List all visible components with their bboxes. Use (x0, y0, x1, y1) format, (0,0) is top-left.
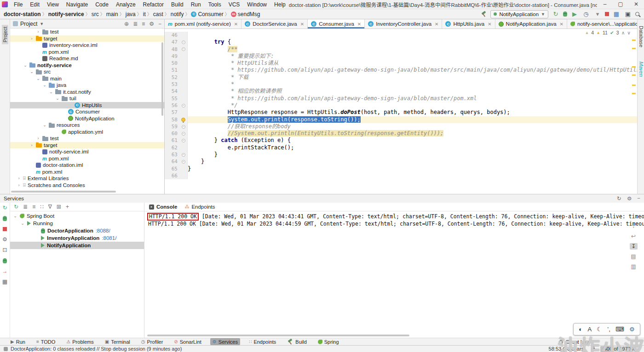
build-hammer-icon[interactable] (481, 11, 487, 17)
lock-icon[interactable] (591, 348, 595, 351)
code-line-64[interactable]: 64−} (165, 158, 637, 165)
vertical-scrollbar[interactable] (161, 42, 163, 116)
search-everywhere-icon[interactable] (635, 12, 639, 16)
debug-icon[interactable] (3, 215, 7, 221)
tree-item-notifyapplication[interactable]: NotifyApplication (10, 115, 164, 122)
service-port-link[interactable]: :8088/ (96, 228, 110, 233)
warning-stripe-mark[interactable] (632, 66, 636, 68)
tree-item-test[interactable]: ›test (10, 135, 164, 142)
breadcrumb-item-cast[interactable]: cast (153, 11, 163, 17)
tree-item-target[interactable]: ›target (10, 142, 164, 149)
tab-close-icon[interactable]: ✕ (488, 22, 491, 27)
memory-indicator[interactable]: 400 of 1979M (600, 346, 638, 352)
scroll-to-end-icon[interactable]: ↧ (630, 243, 638, 250)
minimize-button[interactable]: – (597, 0, 613, 9)
fold-marker-icon[interactable]: − (182, 104, 185, 108)
warning-stripe-mark[interactable] (632, 85, 636, 86)
breadcrumb-item-doctor-station[interactable]: doctor-station (4, 11, 41, 17)
code-line-49[interactable]: 49* 重要提示如下: (165, 53, 637, 60)
breadcrumb-item-it[interactable]: it (143, 11, 146, 17)
code-line-65[interactable]: 65} (165, 165, 637, 172)
locate-icon[interactable]: ⊕ (124, 21, 129, 27)
tool-window-button-endpoints[interactable]: ∷Endpoints (247, 338, 278, 345)
service-item-running[interactable]: ⌄Running (10, 220, 144, 227)
coverage-icon[interactable]: ▶ (570, 11, 579, 18)
intention-bulb-icon[interactable] (181, 118, 185, 122)
tree-chevron-icon[interactable]: ⌄ (42, 123, 47, 127)
editor-tab-consumer-java[interactable]: CConsumer.java✕ (308, 19, 365, 28)
editor-tab-notify-service-application-yml[interactable]: notify-service\...\application.yml✕ (567, 19, 637, 28)
stop-icon[interactable] (605, 12, 609, 16)
project-panel-title[interactable]: Project (20, 21, 37, 27)
code-line-50[interactable]: 50* HttpUtils请从 (165, 60, 637, 67)
tree-chevron-icon[interactable]: ⌄ (20, 221, 25, 226)
caret-position[interactable]: 58:53 (40 chars) (549, 346, 586, 352)
tool-window-button-build[interactable]: Build (285, 338, 309, 345)
ok-count[interactable]: 3 (616, 30, 619, 35)
tool-window-button-problems[interactable]: ⚠Problems (64, 338, 96, 345)
tree-item-main[interactable]: ⌄main (10, 75, 164, 82)
fold-marker-icon[interactable]: − (182, 47, 185, 51)
tree-item-src[interactable]: ⌄src (10, 68, 164, 75)
tree-item-consumer[interactable]: CConsumer (10, 108, 164, 115)
tree-chevron-icon[interactable]: › (36, 29, 40, 34)
tab-close-icon[interactable]: ✕ (435, 22, 438, 27)
ime-logo-icon[interactable]: ◐ (579, 326, 582, 333)
layout-icon[interactable]: ▦ (2, 278, 7, 285)
collapse-all-icon[interactable]: ≡ (142, 21, 145, 27)
menu-item-vcs[interactable]: VCS (225, 0, 243, 9)
vcs-window-icon[interactable]: ▦ (612, 11, 621, 18)
expand-all-icon[interactable]: ≣ (133, 21, 138, 27)
tool-window-button-run[interactable]: ▶Run (8, 338, 28, 345)
next-problem-icon[interactable]: ∨ (627, 30, 631, 35)
fold-marker-icon[interactable]: − (182, 160, 185, 164)
tree-chevron-icon[interactable]: › (29, 143, 34, 148)
breadcrumb-item-sendmsg[interactable]: msendMsg (231, 11, 260, 17)
profiler-icon[interactable]: ◷ (582, 11, 590, 18)
service-item-spring-boot[interactable]: ⌄Spring Boot (10, 212, 144, 220)
service-item-inventoryapplication[interactable]: InventoryApplication :8081/ (10, 234, 144, 242)
hide-panel-icon[interactable]: − (637, 195, 640, 202)
console-tab-endpoints[interactable]: ⁂Endpoints (184, 204, 215, 210)
editor-tab-pom-xml-notify-service-[interactable]: mpom.xml (notify-service)✕ (165, 19, 242, 28)
event-log-button[interactable]: ◷Event Log (559, 339, 644, 345)
soft-wrap-icon[interactable]: ↩ (631, 233, 636, 239)
code-line-47[interactable]: 47−try { (165, 39, 637, 45)
restart-debug-icon[interactable] (3, 257, 7, 264)
tool-window-button-maven[interactable]: Maven (638, 62, 644, 77)
tree-chevron-icon[interactable]: ⌄ (42, 83, 47, 87)
tab-close-icon[interactable]: ✕ (234, 22, 238, 27)
tool-window-button-project[interactable]: Project (2, 25, 8, 44)
code-line-59[interactable]: 59−//获取response的body (165, 123, 637, 130)
tree-chevron-icon[interactable]: ⌄ (55, 96, 60, 101)
breadcrumb-item-java[interactable]: java (126, 11, 136, 17)
tab-close-icon[interactable]: ✕ (357, 22, 361, 27)
code-line-48[interactable]: 48−/** (165, 46, 637, 53)
print-icon[interactable]: ▤ (631, 253, 636, 260)
code-line-56[interactable]: 56−*/ (165, 102, 637, 109)
tab-close-icon[interactable]: ✕ (560, 22, 564, 27)
horizontal-scrollbar[interactable] (147, 335, 409, 336)
fold-marker-icon[interactable]: − (182, 153, 185, 157)
breadcrumb-item-src[interactable]: src (92, 11, 99, 17)
toolwindow-switcher-icon[interactable] (4, 347, 8, 351)
code-line-55[interactable]: 55* https://github.com/aliyun/api-gatewa… (165, 95, 637, 102)
menu-item-tools[interactable]: Tools (205, 0, 224, 9)
editor-tab-inventorycontroller-java[interactable]: CInventoryController.java✕ (365, 19, 442, 28)
tree-item-pom-xml[interactable]: mpom.xml (10, 49, 164, 56)
code-line-51[interactable]: 51* https://github.com/aliyun/api-gatewa… (165, 67, 637, 74)
breadcrumb-item-main[interactable]: main (106, 11, 118, 17)
code-line-52[interactable]: 52* 下载 (165, 74, 637, 81)
inspection-widget[interactable]: ▲4▲11✔3∧∨ (585, 30, 631, 35)
clear-all-icon[interactable]: ▥ (631, 263, 636, 270)
menu-item-help[interactable]: Help (271, 0, 289, 9)
fold-marker-icon[interactable]: − (182, 139, 185, 142)
code-line-62[interactable]: 62e.printStackTrace(); (165, 144, 637, 151)
console-tab-console[interactable]: ▸Console (149, 204, 177, 210)
tree-item-test[interactable]: ›test (10, 28, 164, 35)
tree-chevron-icon[interactable]: ⌄ (49, 90, 53, 94)
code-line-54[interactable]: 54* 相应的依赖请参照 (165, 88, 637, 95)
chevron-down-icon[interactable]: ▼ (40, 22, 44, 26)
tree-item-doctor-station-iml[interactable]: doctor-station.iml (10, 162, 164, 169)
menu-item-analyze[interactable]: Analyze (113, 0, 139, 9)
